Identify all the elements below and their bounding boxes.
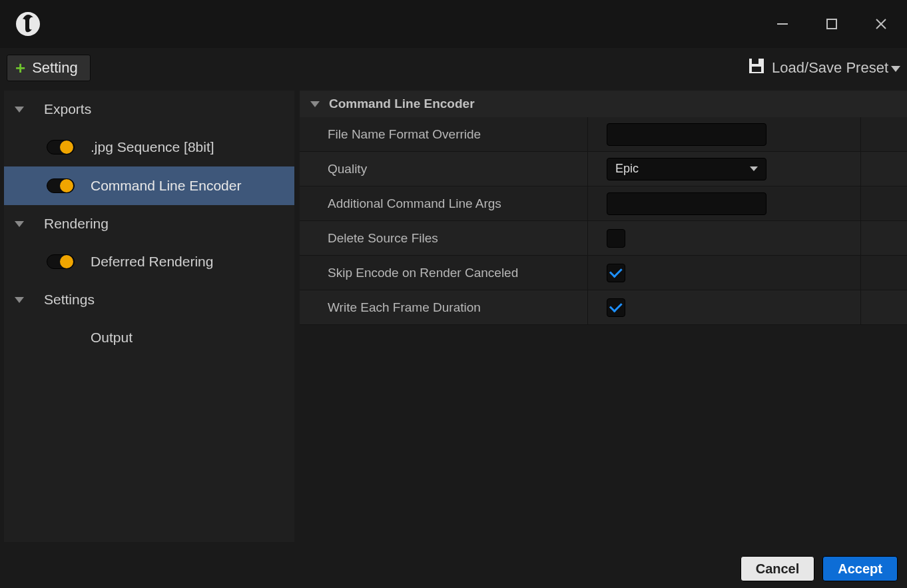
prop-label: File Name Format Override: [300, 127, 587, 142]
chevron-down-icon: [750, 166, 758, 171]
prop-row-file-name-format: File Name Format Override: [300, 117, 907, 152]
close-button[interactable]: [863, 9, 899, 39]
svg-marker-7: [891, 66, 900, 72]
dropdown-value: Epic: [615, 162, 639, 176]
section-label: Rendering: [44, 216, 109, 232]
sidebar-item-label: Deferred Rendering: [91, 254, 213, 270]
prop-label: Skip Encode on Render Canceled: [300, 266, 587, 280]
delete-source-checkbox[interactable]: [607, 229, 625, 248]
sidebar-item-output[interactable]: Output: [4, 318, 294, 357]
toggle-switch[interactable]: [47, 140, 75, 154]
accept-button[interactable]: Accept: [822, 556, 898, 581]
details-panel: Command Line Encoder File Name Format Ov…: [297, 88, 907, 549]
prop-label: Additional Command Line Args: [300, 196, 587, 211]
prop-label: Quality: [300, 162, 587, 176]
add-setting-button[interactable]: + Setting: [7, 55, 91, 81]
prop-row-delete-source: Delete Source Files: [300, 221, 907, 256]
toggle-switch[interactable]: [47, 254, 75, 269]
preset-label: Load/Save Preset: [772, 59, 888, 77]
panel-title: Command Line Encoder: [329, 97, 475, 111]
maximize-button[interactable]: [814, 9, 850, 39]
file-name-format-input[interactable]: [607, 123, 766, 146]
panel-header[interactable]: Command Line Encoder: [300, 91, 907, 117]
sidebar-item-command-line-encoder[interactable]: Command Line Encoder: [4, 166, 294, 205]
button-label: Cancel: [756, 561, 800, 577]
section-label: Exports: [44, 101, 91, 117]
section-header-exports[interactable]: Exports: [4, 91, 294, 128]
sidebar-item-jpg-sequence[interactable]: .jpg Sequence [8bit]: [4, 128, 294, 166]
plus-icon: +: [15, 59, 25, 77]
svg-rect-6: [752, 67, 761, 72]
quality-dropdown[interactable]: Epic: [607, 158, 766, 180]
sidebar-item-deferred-rendering[interactable]: Deferred Rendering: [4, 242, 294, 281]
unreal-logo-icon: [13, 9, 43, 39]
cancel-button[interactable]: Cancel: [741, 556, 815, 581]
write-each-frame-checkbox[interactable]: [607, 298, 625, 317]
add-setting-label: Setting: [32, 59, 78, 77]
titlebar: [0, 0, 907, 48]
footer: Cancel Accept: [0, 549, 907, 588]
section-label: Settings: [44, 292, 95, 308]
sidebar-item-label: Output: [91, 330, 133, 346]
skip-encode-checkbox[interactable]: [607, 264, 625, 282]
prop-row-write-each-frame: Write Each Frame Duration: [300, 290, 907, 325]
toolbar: + Setting Load/Save Preset: [0, 48, 907, 88]
sidebar-item-label: .jpg Sequence [8bit]: [91, 139, 214, 155]
prop-label: Delete Source Files: [300, 231, 587, 246]
button-label: Accept: [838, 561, 882, 577]
toggle-switch[interactable]: [47, 178, 75, 193]
chevron-down-icon: [15, 221, 24, 227]
sidebar: Exports .jpg Sequence [8bit] Command Lin…: [0, 88, 297, 549]
section-header-settings[interactable]: Settings: [4, 281, 294, 318]
chevron-down-icon: [310, 101, 320, 107]
additional-args-input[interactable]: [607, 192, 766, 215]
svg-rect-1: [827, 19, 836, 29]
save-icon: [748, 57, 765, 79]
svg-rect-5: [752, 59, 758, 64]
prop-row-skip-encode: Skip Encode on Render Canceled: [300, 256, 907, 290]
prop-row-additional-args: Additional Command Line Args: [300, 186, 907, 221]
section-header-rendering[interactable]: Rendering: [4, 205, 294, 242]
chevron-down-icon: [891, 59, 900, 77]
main-body: Exports .jpg Sequence [8bit] Command Lin…: [0, 88, 907, 549]
prop-label: Write Each Frame Duration: [300, 300, 587, 315]
chevron-down-icon: [15, 107, 24, 113]
chevron-down-icon: [15, 297, 24, 303]
prop-row-quality: Quality Epic: [300, 152, 907, 186]
load-save-preset-button[interactable]: Load/Save Preset: [748, 57, 900, 79]
sidebar-item-label: Command Line Encoder: [91, 178, 241, 194]
minimize-button[interactable]: [764, 9, 800, 39]
